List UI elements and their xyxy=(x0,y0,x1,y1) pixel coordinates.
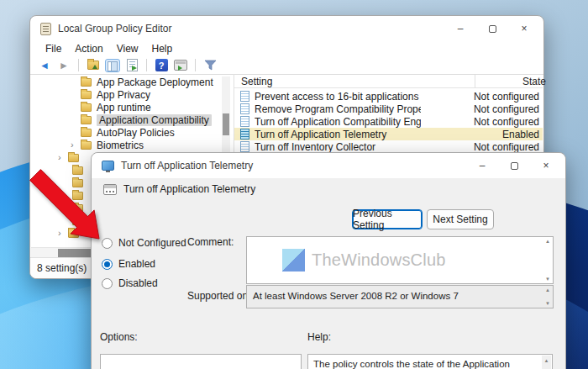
maximize-icon xyxy=(489,25,496,33)
minimize-button[interactable]: – xyxy=(466,153,498,178)
maximize-button[interactable] xyxy=(498,153,530,178)
close-button[interactable]: × xyxy=(508,16,540,41)
desktop: Local Group Policy Editor – × File Actio… xyxy=(0,0,588,369)
setting-row-selected[interactable]: Turn off Application Telemetry Enabled xyxy=(234,128,543,140)
chevron-right-icon[interactable]: › xyxy=(71,140,79,150)
policy-setting-icon xyxy=(240,129,249,140)
setting-row[interactable]: Turn off Inventory Collector Not configu… xyxy=(234,140,543,153)
help-text: The policy controls the state of the App… xyxy=(313,358,538,369)
tree-scrollbar-thumb[interactable] xyxy=(223,113,229,135)
dialog-body: Turn off Application Telemetry Previous … xyxy=(92,178,565,369)
close-button[interactable]: × xyxy=(530,153,562,178)
export-list-button[interactable] xyxy=(124,58,139,73)
folder-icon xyxy=(72,217,83,225)
status-text: 8 setting(s) xyxy=(37,262,87,274)
toolbar-separator xyxy=(195,59,196,71)
setting-row[interactable]: Remove Program Compatibility Property Pa… xyxy=(234,103,543,115)
policy-setting-icon xyxy=(240,103,249,114)
supported-scroll-arrows: ▲ ▼ xyxy=(543,286,553,308)
folder-icon xyxy=(72,179,83,187)
help-scrollbar[interactable]: ▲ xyxy=(542,356,551,369)
radio-enabled[interactable]: Enabled xyxy=(102,258,155,270)
window-icon xyxy=(174,60,187,71)
back-button[interactable]: ◄ xyxy=(37,58,52,73)
previous-setting-button[interactable]: Previous Setting xyxy=(352,209,423,229)
tree-item-partial[interactable]: › xyxy=(58,227,84,240)
policy-setting-icon xyxy=(240,116,249,127)
tree-item-partial[interactable] xyxy=(72,177,88,189)
next-setting-button[interactable]: Next Setting xyxy=(427,209,494,229)
policy-setting-icon xyxy=(240,91,249,102)
tree-item-partial[interactable] xyxy=(72,164,88,177)
tree-item[interactable]: App Privacy xyxy=(81,88,150,101)
toolbar-separator xyxy=(78,59,79,71)
tree-scrollbar[interactable] xyxy=(222,76,230,152)
options-panel[interactable] xyxy=(100,354,302,369)
tree-item[interactable]: App runtime xyxy=(81,101,151,113)
chevron-right-icon[interactable]: › xyxy=(58,229,66,238)
tree-item[interactable]: › Biometrics xyxy=(71,139,144,151)
scroll-down-icon[interactable]: ▼ xyxy=(545,277,550,282)
up-one-level-button[interactable] xyxy=(86,58,101,73)
policy-dialog: Turn off Application Telemetry – × Turn … xyxy=(91,152,566,369)
tree-item-selected[interactable]: Application Compatibility xyxy=(81,113,212,126)
folder-icon xyxy=(68,229,79,238)
policy-name-header: Turn off Application Telemetry xyxy=(103,183,255,195)
chevron-right-icon[interactable]: › xyxy=(58,153,66,162)
column-header-state[interactable]: State xyxy=(475,76,588,87)
tree-item-partial[interactable]: › xyxy=(58,151,84,164)
comment-label: Comment: xyxy=(187,236,234,248)
setting-row[interactable]: Turn off Application Compatibility Engin… xyxy=(234,115,543,128)
radio-disabled[interactable]: Disabled xyxy=(102,277,158,289)
show-console-tree-button[interactable] xyxy=(105,58,120,73)
thewindowsclub-watermark: TheWindowsClub xyxy=(282,249,446,271)
radio-circle[interactable] xyxy=(102,278,113,289)
minimize-button[interactable]: – xyxy=(444,16,476,41)
gpedit-app-icon xyxy=(40,23,51,35)
policy-icon xyxy=(103,184,117,195)
gpedit-window-title: Local Group Policy Editor xyxy=(58,23,171,34)
menu-file[interactable]: File xyxy=(39,43,68,55)
scroll-up-icon[interactable]: ▲ xyxy=(544,358,549,363)
radio-not-configured[interactable]: Not Configured xyxy=(102,237,186,249)
folder-up-icon xyxy=(87,61,99,70)
options-label: Options: xyxy=(100,331,138,343)
filter-button[interactable] xyxy=(202,58,218,73)
help-toolbar-button[interactable]: ? xyxy=(154,58,169,73)
radio-circle-checked[interactable] xyxy=(102,259,113,270)
forward-button[interactable]: ► xyxy=(56,58,71,73)
console-tree-icon xyxy=(105,59,120,72)
comment-field[interactable]: TheWindowsClub ▲ ▼ xyxy=(246,236,554,284)
radio-circle[interactable] xyxy=(102,238,113,249)
tree-item-partial[interactable] xyxy=(72,202,88,214)
tree-item-partial[interactable] xyxy=(72,189,88,202)
policy-name: Turn off Application Telemetry xyxy=(123,183,255,195)
help-panel[interactable]: The policy controls the state of the App… xyxy=(307,354,553,369)
scroll-up-icon[interactable]: ▲ xyxy=(545,287,550,293)
toolbar: ◄ ► ? xyxy=(30,56,543,75)
supported-on-label: Supported on: xyxy=(187,290,250,302)
maximize-icon xyxy=(511,162,518,170)
supported-on-field: At least Windows Server 2008 R2 or Windo… xyxy=(246,285,554,308)
dialog-title: Turn off Application Telemetry xyxy=(121,160,253,171)
folder-icon xyxy=(81,141,92,150)
folder-icon xyxy=(72,204,83,213)
tree-item[interactable]: App Package Deployment xyxy=(81,76,213,88)
scroll-up-icon[interactable]: ▲ xyxy=(545,239,550,244)
scroll-down-icon[interactable]: ▼ xyxy=(545,301,550,306)
menu-action[interactable]: Action xyxy=(68,43,109,55)
tree-item-partial[interactable] xyxy=(72,214,88,227)
folder-icon xyxy=(72,192,83,200)
column-header-setting[interactable]: Setting xyxy=(241,76,272,87)
folder-icon xyxy=(72,166,83,175)
show-window-button[interactable] xyxy=(173,58,188,73)
maximize-button[interactable] xyxy=(476,16,508,41)
help-label: Help: xyxy=(307,331,331,343)
menu-help[interactable]: Help xyxy=(145,43,180,55)
setting-row[interactable]: Prevent access to 16-bit applications No… xyxy=(234,90,543,103)
toolbar-separator xyxy=(146,59,147,71)
thewindowsclub-logo xyxy=(282,249,305,271)
tree-item[interactable]: AutoPlay Policies xyxy=(81,126,175,139)
menu-view[interactable]: View xyxy=(110,43,145,55)
gpedit-window-controls: – × xyxy=(444,16,540,41)
